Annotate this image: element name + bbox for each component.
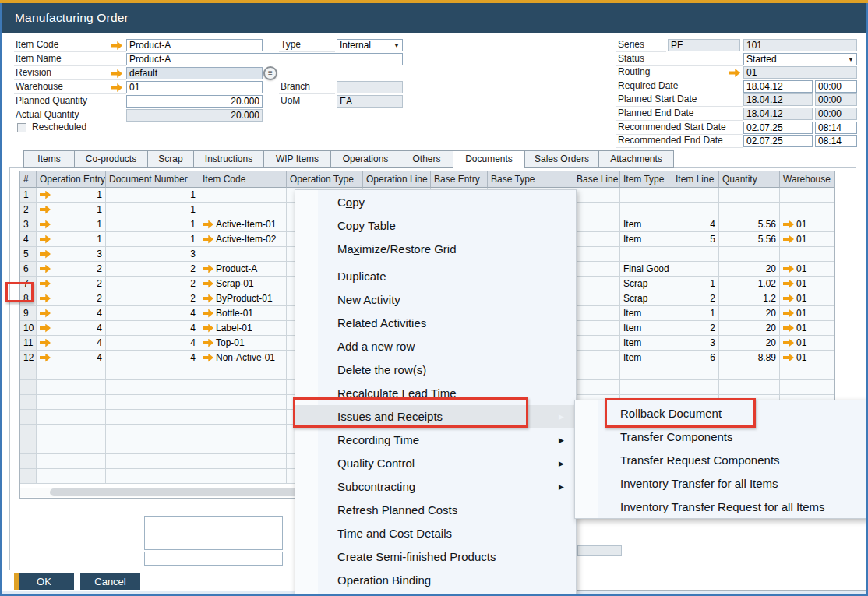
link-arrow-icon[interactable] (783, 324, 794, 333)
cell-document-number[interactable]: 1 (106, 217, 199, 232)
cell-item-type[interactable]: Item (620, 321, 672, 336)
rescheduled-checkbox[interactable] (17, 123, 26, 132)
column-header-warehouse[interactable]: Warehouse (780, 171, 835, 188)
row-number-cell[interactable]: 9 (20, 306, 37, 321)
cell-operation-entry[interactable]: 4 (37, 336, 106, 351)
recommended-end-date-time-field[interactable]: 08:14 (815, 135, 857, 147)
link-arrow-icon[interactable] (40, 250, 51, 259)
cell-item-code[interactable]: ByProduct-01 (199, 291, 287, 306)
cell-item-type[interactable] (620, 247, 672, 262)
cell-item-code[interactable]: Top-01 (199, 336, 287, 351)
tab-documents[interactable]: Documents (453, 150, 525, 168)
cell-item-line[interactable] (672, 380, 719, 395)
row-number-cell[interactable]: 5 (20, 247, 37, 262)
cell-item-code[interactable] (199, 365, 287, 380)
cell-warehouse[interactable]: 01 (780, 217, 835, 232)
series-number-field[interactable]: 101 (743, 39, 857, 51)
planned-end-date-time-field[interactable]: 00:00 (815, 108, 857, 120)
menu-item-delete-the-row-s[interactable]: Delete the row(s) (295, 358, 576, 382)
link-arrow-icon[interactable] (783, 294, 794, 303)
row-number-cell[interactable] (20, 425, 37, 439)
column-header-item-code[interactable]: Item Code (199, 171, 287, 188)
column-header-item-line[interactable]: Item Line (672, 171, 719, 188)
cell-item-type[interactable]: Scrap (620, 291, 672, 306)
link-arrow-icon[interactable] (783, 235, 794, 244)
submenu-item-inventory-transfer-request-for-all-items[interactable]: Inventory Transfer Request for all Items (575, 495, 867, 519)
cell-base-line[interactable] (573, 203, 620, 217)
cell-item-type[interactable]: Scrap (620, 277, 672, 291)
cell-operation-entry[interactable]: 1 (37, 217, 106, 232)
submenu-item-transfer-components[interactable]: Transfer Components (575, 425, 867, 449)
cell-base-line[interactable] (573, 217, 620, 232)
menu-item-new-activity[interactable]: New Activity (295, 288, 576, 312)
remarks-input[interactable] (144, 516, 283, 550)
cell-operation-entry[interactable]: 4 (37, 321, 106, 336)
cell-quantity[interactable]: 8.89 (719, 351, 780, 365)
menu-item-operation-binding[interactable]: Operation Binding (295, 569, 576, 592)
cell-item-line[interactable]: 4 (672, 217, 719, 232)
cell-document-number[interactable] (106, 410, 199, 425)
cell-item-type[interactable]: Item (620, 351, 672, 365)
cell-quantity[interactable] (719, 365, 780, 380)
cell-item-code[interactable]: Label-01 (199, 321, 287, 336)
link-arrow-icon[interactable] (783, 280, 794, 288)
cell-document-number[interactable]: 2 (106, 291, 199, 306)
cell-base-line[interactable] (573, 306, 620, 321)
cell-document-number[interactable]: 2 (106, 262, 199, 277)
menu-item-time-and-cost-details[interactable]: Time and Cost Details (295, 522, 576, 545)
cell-document-number[interactable]: 4 (106, 336, 199, 351)
type-field[interactable]: Internal▼ (337, 39, 403, 51)
link-arrow-icon[interactable] (40, 206, 51, 214)
link-arrow-icon[interactable] (783, 309, 794, 318)
cell-item-line[interactable] (672, 247, 719, 262)
column-header-base-entry[interactable]: Base Entry (431, 171, 488, 188)
column-header-operation-line[interactable]: Operation Line (363, 171, 431, 188)
row-number-cell[interactable]: 3 (20, 217, 37, 232)
row-number-cell[interactable]: 11 (20, 336, 37, 351)
link-arrow-icon[interactable] (203, 235, 213, 244)
tab-scrap[interactable]: Scrap (147, 150, 194, 168)
cell-document-number[interactable] (106, 395, 199, 410)
cell-item-line[interactable]: 2 (672, 291, 719, 306)
cell-operation-entry[interactable]: 1 (37, 203, 106, 217)
menu-item-duplicate[interactable]: Duplicate (295, 265, 576, 288)
cell-warehouse[interactable]: 01 (780, 351, 835, 365)
cell-operation-entry[interactable]: 3 (37, 247, 106, 262)
cell-item-line[interactable]: 1 (672, 306, 719, 321)
cell-quantity[interactable]: 20 (719, 306, 780, 321)
cell-item-type[interactable]: Item (620, 232, 672, 247)
cell-operation-entry[interactable]: 1 (37, 232, 106, 247)
cell-quantity[interactable] (719, 380, 780, 395)
cell-item-line[interactable]: 2 (672, 321, 719, 336)
cell-item-line[interactable]: 5 (672, 232, 719, 247)
column-header-base-line[interactable]: Base Line (573, 171, 620, 188)
cell-base-line[interactable] (573, 336, 620, 351)
planned-start-date-time-field[interactable]: 00:00 (815, 93, 857, 106)
row-number-cell[interactable] (20, 365, 37, 380)
row-number-cell[interactable] (20, 395, 37, 410)
cell-base-line[interactable] (573, 247, 620, 262)
menu-item-add-a-new-row[interactable]: Add a new row (295, 335, 576, 358)
recommended-start-date-date-field[interactable]: 02.07.25 (743, 122, 813, 134)
link-arrow-icon[interactable] (203, 280, 213, 288)
required-date-time-field[interactable]: 00:00 (815, 80, 857, 93)
planned-start-date-date-field[interactable]: 18.04.12 (743, 93, 813, 106)
recommended-end-date-date-field[interactable]: 02.07.25 (743, 135, 813, 147)
cell-item-line[interactable] (672, 365, 719, 380)
cell-warehouse[interactable] (780, 380, 835, 395)
link-arrow-icon[interactable] (40, 294, 51, 303)
cell-warehouse[interactable]: 01 (780, 232, 835, 247)
cell-operation-entry[interactable] (37, 410, 106, 425)
cell-operation-entry[interactable]: 1 (37, 188, 106, 203)
ok-button[interactable]: OK (14, 573, 74, 590)
warehouse-field[interactable]: 01 (126, 81, 263, 93)
menu-item-recording-time[interactable]: Recording Time▶ (295, 428, 576, 452)
cell-document-number[interactable]: 1 (106, 203, 199, 217)
cell-document-number[interactable]: 1 (106, 188, 199, 203)
row-number-cell[interactable]: 4 (20, 232, 37, 247)
cell-operation-entry[interactable] (37, 425, 106, 439)
link-arrow-icon[interactable] (203, 265, 213, 273)
cell-operation-entry[interactable]: 2 (37, 262, 106, 277)
required-date-date-field[interactable]: 18.04.12 (743, 80, 813, 93)
column-header-operation-type[interactable]: Operation Type (287, 171, 363, 188)
